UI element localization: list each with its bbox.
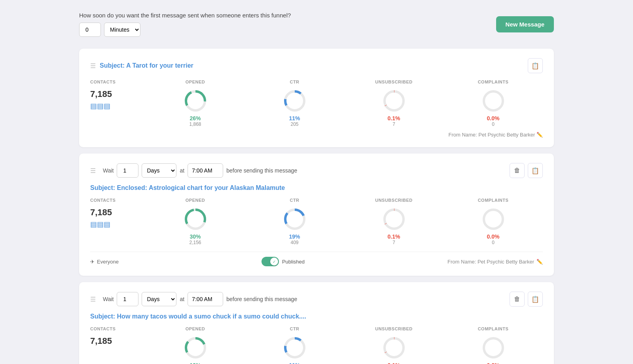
ctr-pct-3: 11% [249,362,340,364]
opened-pct-2: 30% [150,233,241,240]
contacts-label-2: CONTACTS [90,198,146,203]
complaints-val-2: 0 [447,240,539,245]
wait-label-2: Wait [103,167,114,174]
complaints-donut-2 [481,207,505,231]
contacts-label-3: CONTACTS [90,326,146,331]
send-icon-2: ✈ [90,259,95,265]
drag-icon-2[interactable]: ☰ [90,167,96,174]
stats-row-3: CONTACTS 7,185 OPENED 19% CTR 11% [90,326,543,364]
edit-pencil-2[interactable]: ✏️ [536,259,543,265]
timing-value-input[interactable] [79,23,101,37]
ctr-label-3: CTR [249,326,340,331]
message-card-2: ☰ Wait Minutes Hours Days Weeks at befor… [79,154,554,276]
opened-col-2: OPENED 30% 2,156 [146,198,245,245]
timing-unit-select[interactable]: Minutes Hours Days [104,23,140,37]
unsub-val-1: 7 [348,121,440,127]
opened-label-2: OPENED [150,198,241,203]
complaints-donut-3 [481,336,505,360]
drag-icon-3[interactable]: ☰ [90,296,96,303]
unsub-val-2: 7 [348,240,440,245]
copy-button-1[interactable]: 📋 [528,58,543,73]
copy-button-3[interactable]: 📋 [528,292,543,307]
published-label-2: Published [282,259,305,265]
wait-row-3: ☰ Wait Minutes Hours Days Weeks at befor… [90,292,543,307]
svg-point-4 [385,91,404,110]
complaints-val-1: 0 [447,121,539,127]
top-bar-left: How soon do you want the first message s… [79,12,291,37]
wait-unit-select-2[interactable]: Minutes Hours Days Weeks [142,163,176,178]
complaints-col-3: COMPLAINTS 0.0% [443,326,543,364]
wait-time-input-3[interactable] [188,292,223,306]
audience-label-2: ✈ Everyone [90,259,119,265]
svg-point-6 [484,91,503,110]
svg-point-20 [484,338,503,357]
svg-point-18 [385,338,404,357]
subject-link-1[interactable]: A Tarot for your terrier [126,62,193,69]
unsub-col-2: UNSUBSCRIBED 0.1% 7 [344,198,443,245]
ctr-label-2: CTR [249,198,340,203]
subject-prefix-2: Subject: [90,184,117,191]
unsub-donut-2 [382,207,406,231]
subject-link-2[interactable]: Enclosed: Astrological chart for your Al… [117,184,285,191]
message-card-3: ☰ Wait Minutes Hours Days Weeks at befor… [79,282,554,364]
contacts-label-1: CONTACTS [90,80,146,84]
ctr-val-1: 205 [249,121,340,127]
ctr-val-2: 409 [249,240,340,245]
complaints-col-2: COMPLAINTS 0.0% 0 [443,198,543,245]
wait-label-3: Wait [103,296,114,302]
delete-button-3[interactable]: 🗑 [510,292,525,307]
at-text-3: at [180,296,184,302]
wait-time-input-2[interactable] [188,163,223,178]
opened-col-3: OPENED 19% [146,326,245,364]
wait-value-input-3[interactable] [117,292,138,306]
card-actions-1: 📋 [528,58,543,73]
unsub-donut-1 [382,89,406,113]
at-text-2: at [180,167,184,174]
opened-label-3: OPENED [150,326,241,331]
wait-value-input-2[interactable] [117,163,138,178]
unsub-label-1: UNSUBSCRIBED [348,80,440,84]
published-toggle-2[interactable]: ✓ Published [262,257,305,266]
toggle-knob-2: ✓ [270,258,278,265]
opened-donut-2 [184,207,207,231]
subject-link-3[interactable]: How many tacos would a sumo chuck if a s… [117,313,306,320]
card-actions-2: 🗑 📋 [510,163,543,178]
svg-point-2 [285,91,304,110]
card-footer-2: ✈ Everyone ✓ Published From Name: Pet Ps… [90,252,543,266]
timing-controls: Minutes Hours Days [79,23,291,37]
complaints-label-1: COMPLAINTS [447,80,539,84]
ctr-donut-2 [283,207,307,231]
stats-row-2: CONTACTS 7,185 ▤▤▤ OPENED 30% 2,156 CTR [90,198,543,245]
ctr-pct-1: 11% [249,115,340,121]
message-card-1: ☰ Subject: A Tarot for your terrier 📋 CO… [79,49,554,147]
bar-chart-icon-1[interactable]: ▤▤▤ [90,102,146,110]
opened-col-1: OPENED 26% 1,868 [146,80,245,127]
bar-chart-icon-2[interactable]: ▤▤▤ [90,220,146,229]
contacts-value-2: 7,185 [90,207,146,218]
wait-unit-select-3[interactable]: Minutes Hours Days Weeks [142,292,176,306]
delete-button-2[interactable]: 🗑 [510,163,525,178]
opened-val-1: 1,868 [150,121,241,127]
opened-pct-3: 19% [150,362,241,364]
copy-button-2[interactable]: 📋 [528,163,543,178]
ctr-col-1: CTR 11% 205 [245,80,344,127]
subject-line-2: Subject: Enclosed: Astrological chart fo… [90,184,543,191]
new-message-button[interactable]: New Message [496,16,554,32]
subject-line-1: Subject: A Tarot for your terrier [100,62,193,69]
toggle-switch-2[interactable]: ✓ [262,257,279,266]
ctr-col-3: CTR 11% [245,326,344,364]
complaints-pct-1: 0.0% [447,115,539,121]
unsub-pct-2: 0.1% [348,233,440,240]
drag-icon[interactable]: ☰ [90,62,96,70]
subject-prefix-3: Subject: [90,313,117,320]
opened-donut-3 [184,336,207,360]
opened-label-1: OPENED [150,80,241,84]
opened-pct-1: 26% [150,115,241,121]
ctr-label-1: CTR [249,80,340,84]
ctr-pct-2: 19% [249,233,340,240]
wait-row-2: ☰ Wait Minutes Hours Days Weeks at befor… [90,163,543,178]
svg-point-13 [484,210,503,229]
edit-pencil-1[interactable]: ✏️ [536,132,543,138]
complaints-donut-1 [481,89,505,113]
ctr-col-2: CTR 19% 409 [245,198,344,245]
